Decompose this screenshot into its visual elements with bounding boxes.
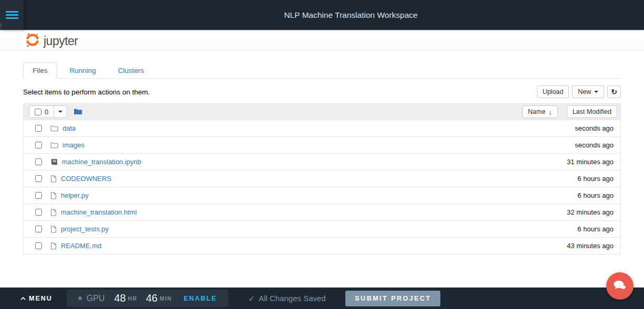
file-row[interactable]: project_tests.py 6 hours ago (24, 220, 620, 237)
modified-time: 32 minutes ago (567, 208, 614, 216)
gpu-enable-button[interactable]: ENABLE (184, 295, 217, 302)
gpu-hours-unit: HR (128, 295, 138, 302)
modified-time: 6 hours ago (577, 225, 614, 233)
modified-time: 43 minutes ago (567, 242, 614, 250)
file-row[interactable]: CODEOWNERS 6 hours ago (24, 170, 620, 187)
folder-icon (50, 142, 58, 148)
gpu-label: GPU (87, 294, 105, 303)
modified-time: seconds ago (575, 141, 614, 149)
file-listing: 0 Name ↓ Last Modified (23, 103, 621, 254)
row-checkbox[interactable] (35, 209, 42, 216)
row-checkbox[interactable] (35, 242, 42, 249)
workspace-title: NLP Machine Translation Workspace (58, 10, 644, 20)
chevron-down-icon (594, 91, 598, 93)
modified-time: 6 hours ago (577, 175, 614, 183)
jupyter-header: jupyter (0, 30, 644, 50)
file-row[interactable]: data seconds ago (24, 120, 620, 136)
upload-button[interactable]: Upload (537, 86, 569, 98)
row-checkbox[interactable] (35, 125, 42, 132)
tab-clusters[interactable]: Clusters (109, 62, 154, 79)
gpu-minutes-value: 46 (146, 292, 157, 304)
file-row[interactable]: machine_translation.ipynb 31 minutes ago (24, 153, 620, 170)
refresh-button[interactable]: ↻ (607, 86, 621, 98)
file-icon (50, 226, 57, 233)
submit-project-button[interactable]: SUBMIT PROJECT (345, 291, 440, 306)
file-icon (50, 175, 57, 183)
file-row[interactable]: README.md 43 minutes ago (24, 237, 620, 254)
row-checkbox[interactable] (35, 226, 42, 232)
current-folder-icon[interactable] (74, 108, 82, 115)
refresh-icon: ↻ (611, 88, 617, 95)
jupyter-logo-icon (24, 31, 41, 48)
gpu-timer-panel: GPU 48 HR 46 MIN ENABLE (67, 290, 229, 307)
file-link[interactable]: machine_translation.html (61, 208, 137, 216)
chevron-up-icon (20, 296, 26, 301)
file-link[interactable]: README.md (61, 242, 101, 250)
row-checkbox[interactable] (35, 158, 42, 165)
file-icon (50, 242, 57, 250)
workspace-footer: MENU GPU 48 HR 46 MIN ENABLE ✓ All Chang… (0, 287, 644, 309)
save-status-label: All Changes Saved (259, 294, 326, 303)
save-status: ✓ All Changes Saved (248, 294, 325, 303)
gpu-status-dot-icon (78, 296, 82, 300)
modified-time: seconds ago (575, 124, 614, 132)
actions-toolbar: Select items to perform actions on them.… (23, 86, 621, 98)
jupyter-logo[interactable]: jupyter (24, 31, 78, 48)
drawer-handle (0, 23, 2, 28)
file-link[interactable]: CODEOWNERS (61, 175, 111, 183)
select-dropdown-button[interactable] (54, 105, 67, 118)
row-checkbox[interactable] (35, 192, 42, 199)
modified-time: 31 minutes ago (567, 158, 614, 166)
folder-icon (50, 125, 58, 132)
selection-hint: Select items to perform actions on them. (23, 88, 150, 96)
file-link[interactable]: data (62, 124, 76, 132)
chevron-down-icon (58, 111, 62, 113)
select-all-button[interactable]: 0 (29, 105, 54, 118)
sort-by-modified-button[interactable]: Last Modified (567, 105, 617, 118)
jupyter-logo-text: jupyter (44, 35, 78, 48)
file-link[interactable]: helper.py (61, 191, 89, 199)
file-icon (50, 209, 57, 216)
hamburger-icon (6, 11, 18, 13)
file-row[interactable]: machine_translation.html 32 minutes ago (24, 204, 620, 220)
notebook-icon (50, 158, 58, 165)
checkmark-icon: ✓ (248, 294, 255, 303)
tab-running[interactable]: Running (60, 62, 105, 79)
footer-menu-button[interactable]: MENU (20, 295, 52, 302)
new-dropdown-button[interactable]: New (572, 86, 604, 98)
top-app-bar: NLP Machine Translation Workspace (0, 0, 644, 30)
gpu-hours-value: 48 (114, 292, 125, 304)
selected-count: 0 (45, 108, 48, 116)
file-icon (50, 192, 57, 199)
file-row[interactable]: images seconds ago (24, 136, 620, 153)
file-link[interactable]: machine_translation.ipynb (62, 158, 141, 166)
modified-time: 6 hours ago (577, 191, 614, 199)
file-link[interactable]: images (62, 141, 85, 149)
row-checkbox[interactable] (35, 175, 42, 182)
sort-by-name-button[interactable]: Name ↓ (522, 105, 558, 118)
sort-arrow-down-icon: ↓ (548, 108, 552, 116)
chat-bubbles-icon (613, 280, 627, 292)
row-checkbox[interactable] (35, 142, 42, 148)
file-row[interactable]: helper.py 6 hours ago (24, 187, 620, 204)
file-link[interactable]: project_tests.py (61, 225, 109, 233)
main-content: Files Running Clusters Select items to p… (0, 62, 644, 254)
tab-files[interactable]: Files (23, 62, 57, 79)
gpu-minutes-unit: MIN (160, 295, 172, 302)
tab-bar: Files Running Clusters (23, 62, 621, 79)
hamburger-menu-button[interactable] (0, 0, 24, 30)
select-all-checkbox[interactable] (35, 109, 41, 115)
list-header: 0 Name ↓ Last Modified (24, 104, 620, 120)
chat-support-button[interactable] (606, 272, 634, 300)
